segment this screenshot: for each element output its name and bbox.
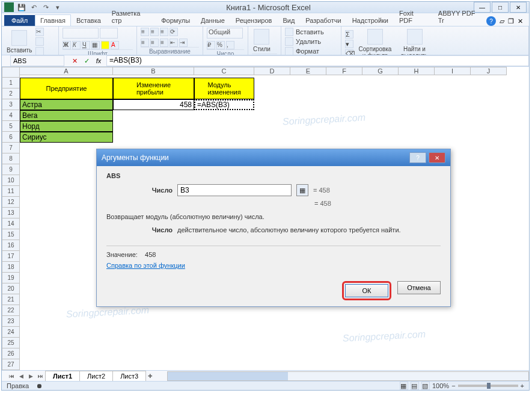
row-header-6[interactable]: 6	[2, 132, 20, 143]
doc-restore-icon[interactable]: ❐	[508, 17, 514, 25]
sheet-tab-3[interactable]: Лист3	[112, 371, 146, 381]
comma-icon[interactable]: ,	[226, 41, 234, 49]
find-select-button[interactable]: Найти и выделить	[397, 28, 432, 55]
cell[interactable]: Норд	[20, 121, 113, 132]
new-sheet-icon[interactable]: ✚	[145, 371, 155, 381]
align-left-icon[interactable]: ≡	[141, 39, 149, 47]
formula-input[interactable]: =ABS(B3)	[106, 55, 529, 66]
row-header-7[interactable]: 7	[2, 143, 20, 153]
arg-input[interactable]	[177, 184, 292, 196]
tab-review[interactable]: Рецензиров	[230, 14, 278, 26]
maximize-button[interactable]: □	[492, 2, 509, 13]
qat-custom-icon[interactable]: ▾	[52, 2, 63, 13]
macro-record-icon[interactable]: ⏺	[36, 382, 43, 389]
zoom-in-icon[interactable]: +	[521, 382, 524, 389]
collapse-dialog-icon[interactable]: ▦	[296, 184, 308, 196]
row-header-4[interactable]: 4	[2, 110, 20, 121]
cell[interactable]: Модульизменения	[194, 78, 254, 99]
row-header-23[interactable]: 23	[2, 316, 20, 327]
cut-icon[interactable]: ✂	[35, 28, 44, 36]
accept-formula-icon[interactable]: ✓	[81, 55, 92, 66]
col-header-G[interactable]: G	[362, 67, 399, 75]
indent-icon[interactable]: ⇤	[170, 39, 178, 47]
tab-foxit[interactable]: Foxit PDF	[394, 7, 433, 26]
row-header-14[interactable]: 14	[2, 218, 20, 229]
cell[interactable]: Изменениеприбыли	[113, 78, 194, 99]
number-format-select[interactable]: Общий	[207, 28, 243, 39]
row-header-26[interactable]: 26	[2, 348, 20, 359]
align-center-icon[interactable]: ≡	[150, 39, 159, 47]
col-header-H[interactable]: H	[399, 67, 435, 75]
cancel-button[interactable]: Отмена	[397, 281, 441, 294]
clear-button[interactable]: ⌫	[345, 49, 353, 55]
font-color-icon[interactable]: A	[111, 41, 119, 49]
align-bot-icon[interactable]: ≡	[160, 28, 168, 36]
dialog-titlebar[interactable]: Аргументы функции ? ✕	[97, 149, 450, 166]
col-header-D[interactable]: D	[254, 67, 290, 75]
row-header-18[interactable]: 18	[2, 262, 20, 273]
sheet-tab-1[interactable]: Лист1	[45, 371, 80, 381]
row-header-1[interactable]: 1	[2, 78, 20, 88]
outdent-icon[interactable]: ⇥	[179, 39, 188, 47]
row-header-24[interactable]: 24	[2, 327, 20, 338]
row-header-3[interactable]: 3	[2, 99, 20, 110]
fill-color-icon[interactable]	[101, 41, 109, 49]
col-header-F[interactable]: F	[326, 67, 362, 75]
view-break-icon[interactable]: ▧	[421, 382, 430, 390]
tab-page-layout[interactable]: Разметка стр	[106, 7, 156, 26]
col-header-A[interactable]: A	[20, 67, 113, 75]
col-header-J[interactable]: J	[471, 67, 507, 75]
col-header-B[interactable]: B	[113, 67, 194, 75]
row-header-11[interactable]: 11	[2, 186, 20, 197]
doc-close-icon[interactable]: ✕	[518, 17, 523, 25]
function-help-link[interactable]: Справка по этой функции	[106, 262, 185, 269]
italic-icon[interactable]: К	[72, 41, 81, 49]
row-header-25[interactable]: 25	[2, 338, 20, 348]
undo-icon[interactable]: ↶	[28, 2, 39, 13]
sort-filter-button[interactable]: Сортировка и фильтр	[356, 28, 394, 55]
bold-icon[interactable]: Ж	[63, 41, 71, 49]
cell[interactable]: Предприятие	[20, 78, 113, 99]
font-family-select[interactable]	[63, 28, 99, 39]
cell[interactable]: =ABS(B3)	[194, 99, 254, 110]
sheet-nav-next-icon[interactable]: ▶	[26, 371, 35, 381]
row-header-15[interactable]: 15	[2, 229, 20, 240]
row-header-22[interactable]: 22	[2, 305, 20, 316]
tab-developer[interactable]: Разработчи	[300, 14, 346, 26]
col-header-E[interactable]: E	[290, 67, 326, 75]
copy-icon[interactable]	[35, 37, 44, 46]
file-tab[interactable]: Файл	[4, 15, 35, 26]
orient-icon[interactable]: ⟳	[170, 28, 178, 36]
cell[interactable]: Вега	[20, 110, 113, 121]
view-layout-icon[interactable]: ▤	[411, 382, 419, 390]
zoom-out-icon[interactable]: −	[451, 382, 455, 389]
sheet-nav-prev-icon[interactable]: ◀	[16, 371, 26, 381]
align-top-icon[interactable]: ≡	[141, 28, 149, 36]
styles-button[interactable]: Стили	[252, 28, 272, 54]
align-right-icon[interactable]: ≡	[160, 39, 168, 47]
help-icon[interactable]: ?	[486, 16, 496, 26]
font-size-select[interactable]	[100, 28, 118, 39]
dialog-close-icon[interactable]: ✕	[429, 152, 445, 163]
tab-home[interactable]: Главная	[35, 14, 71, 26]
row-header-20[interactable]: 20	[2, 283, 20, 294]
tab-view[interactable]: Вид	[277, 14, 300, 26]
sheet-tab-2[interactable]: Лист2	[79, 371, 113, 381]
sheet-nav-last-icon[interactable]: ⏭	[35, 371, 45, 381]
cell[interactable]: 458	[113, 99, 194, 110]
close-button[interactable]: ✕	[510, 2, 527, 13]
autosum-button[interactable]: Σ	[345, 30, 353, 39]
row-header-2[interactable]: 2	[2, 88, 20, 99]
tab-addins[interactable]: Надстройки	[347, 14, 394, 26]
delete-cells-button[interactable]: Удалить	[285, 37, 324, 46]
row-header-21[interactable]: 21	[2, 294, 20, 305]
row-header-16[interactable]: 16	[2, 240, 20, 251]
tab-abbyy[interactable]: ABBYY PDF Tr	[433, 7, 486, 26]
row-header-9[interactable]: 9	[2, 164, 20, 175]
zoom-slider[interactable]	[458, 385, 518, 387]
tab-formulas[interactable]: Формулы	[156, 14, 195, 26]
col-header-C[interactable]: C	[194, 67, 254, 75]
percent-icon[interactable]: %	[216, 41, 225, 49]
row-header-10[interactable]: 10	[2, 175, 20, 186]
row-header-12[interactable]: 12	[2, 197, 20, 208]
